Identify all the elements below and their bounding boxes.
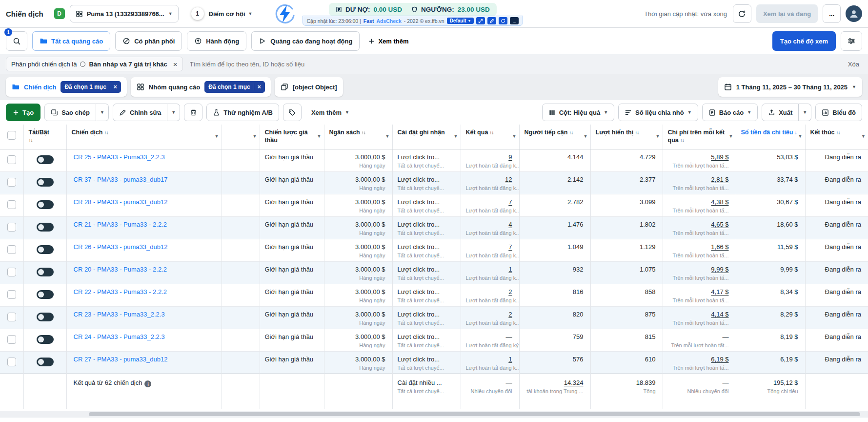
- col-extra[interactable]: ▼: [222, 125, 260, 149]
- header-more-button[interactable]: ...: [823, 4, 841, 23]
- campaign-toggle[interactable]: [37, 200, 54, 209]
- cost-per-result-value[interactable]: 9,99 $: [668, 266, 729, 273]
- campaign-toggle[interactable]: [37, 155, 54, 164]
- export-button[interactable]: Xuất: [762, 104, 799, 121]
- col-end[interactable]: Kết thúc↑↓▼: [805, 125, 868, 149]
- user-avatar[interactable]: [846, 5, 862, 22]
- create-view-button[interactable]: Tạo chế độ xem: [772, 31, 836, 51]
- row-checkbox[interactable]: [7, 313, 16, 321]
- column-menu-caret[interactable]: ▼: [584, 134, 588, 139]
- campaign-link[interactable]: CR 24 - PMA33 - Puma33_2.2.3: [74, 333, 216, 340]
- expand-icon[interactable]: [476, 17, 485, 24]
- row-checkbox[interactable]: [7, 155, 16, 164]
- filter-has-delivery-button[interactable]: Có phân phối: [115, 31, 182, 51]
- view-settings-button[interactable]: [841, 31, 862, 51]
- tag-button[interactable]: [283, 104, 302, 121]
- report-button[interactable]: Báo cáo▼: [702, 104, 758, 121]
- duplicate-button[interactable]: Sao chép: [44, 104, 96, 121]
- campaign-toggle[interactable]: [37, 358, 54, 366]
- col-campaign[interactable]: Chiến dịch↑↓▼: [66, 125, 222, 149]
- results-value[interactable]: —: [466, 333, 512, 340]
- breakdown-button[interactable]: Số liệu chia nhỏ▼: [618, 104, 698, 121]
- edit-icon[interactable]: [487, 17, 496, 24]
- badge-close-icon[interactable]: ×: [110, 84, 117, 90]
- col-results[interactable]: Kết quả↑↓▼: [461, 125, 519, 149]
- account-selector[interactable]: Puma 13 (133293389766... ▼: [70, 5, 179, 22]
- ab-test-button[interactable]: Thử nghiệm A/B: [206, 104, 279, 121]
- campaign-link[interactable]: CR 20 - PMA33 - Puma33 - 2.2.2: [74, 266, 216, 273]
- col-budget[interactable]: Ngân sách↑↓▼: [324, 125, 392, 149]
- default-view-dropdown[interactable]: Default▼: [447, 18, 474, 24]
- filter-all-ads-button[interactable]: Tất cả quảng cáo: [32, 31, 110, 51]
- column-menu-caret[interactable]: ▼: [798, 134, 803, 139]
- column-menu-caret[interactable]: ▼: [317, 134, 322, 139]
- cost-per-result-value[interactable]: 4,14 $: [668, 311, 729, 318]
- adsets-selected-badge[interactable]: Đã chọn 1 mục×: [204, 81, 264, 93]
- row-checkbox[interactable]: [7, 178, 16, 187]
- campaign-link[interactable]: CR 28 - PMA33 - puma33_dub12: [74, 198, 216, 206]
- column-menu-caret[interactable]: ▼: [861, 134, 866, 139]
- export-caret-button[interactable]: ▼: [799, 104, 811, 121]
- row-checkbox[interactable]: [7, 335, 16, 344]
- campaigns-selected-badge[interactable]: Đã chọn 1 mục×: [61, 81, 121, 93]
- opportunity-score-dropdown[interactable]: Điểm cơ hội ▼: [209, 10, 253, 18]
- campaign-link[interactable]: CR 37 - PMA33 - puma33_dub17: [74, 176, 216, 183]
- campaign-toggle[interactable]: [37, 290, 54, 299]
- cost-per-result-value[interactable]: 4,65 $: [668, 221, 729, 228]
- tab-ads[interactable]: [object Object]: [275, 77, 343, 97]
- column-menu-caret[interactable]: ▼: [512, 134, 517, 139]
- filter-action-button[interactable]: Hành động: [187, 31, 246, 51]
- campaign-link[interactable]: CR 25 - PMA33 - Puma33_2.2.3: [74, 153, 216, 161]
- scrollbar-thumb[interactable]: [89, 412, 860, 416]
- row-checkbox[interactable]: [7, 223, 16, 232]
- info-icon[interactable]: i: [144, 380, 151, 387]
- column-menu-caret[interactable]: ▼: [385, 134, 390, 139]
- campaign-link[interactable]: CR 23 - PMA33 - Puma33_2.2.3: [74, 311, 216, 318]
- col-bid-strategy[interactable]: Chiến lược giá thầu▼: [260, 125, 324, 149]
- tab-campaigns[interactable]: Chiến dịch Đã chọn 1 mục×: [6, 77, 127, 97]
- row-checkbox[interactable]: [7, 245, 16, 254]
- columns-button[interactable]: Cột: Hiệu quả▼: [542, 104, 614, 121]
- select-all-checkbox[interactable]: [7, 131, 16, 140]
- column-menu-caret[interactable]: ▼: [656, 134, 660, 139]
- row-checkbox[interactable]: [7, 358, 16, 366]
- col-impressions[interactable]: Lượt hiển thị↑↓▼: [590, 125, 663, 149]
- campaign-toggle[interactable]: [37, 268, 54, 276]
- campaign-toggle[interactable]: [37, 313, 54, 321]
- clear-filters-link[interactable]: Xóa: [848, 61, 859, 68]
- review-publish-button[interactable]: Xem lại và đăng: [756, 4, 818, 23]
- tab-adsets[interactable]: Nhóm quảng cáo Đã chọn 1 mục×: [131, 77, 271, 97]
- results-value[interactable]: 7: [466, 198, 512, 206]
- filter-chip[interactable]: Phân phối chiến dịch là Bản nháp và 7 gi…: [6, 57, 183, 71]
- col-amount-spent[interactable]: Số tiền đã chi tiêu↓▼: [736, 125, 805, 149]
- row-checkbox[interactable]: [7, 200, 16, 209]
- results-value[interactable]: 7: [466, 243, 512, 251]
- results-value[interactable]: 4: [466, 221, 512, 228]
- cost-per-result-value[interactable]: 6,19 $: [668, 356, 729, 363]
- chart-button[interactable]: Biểu đồ: [815, 104, 862, 121]
- cost-per-result-value[interactable]: 1,66 $: [668, 243, 729, 251]
- refresh-icon[interactable]: [499, 17, 507, 24]
- col-reach[interactable]: Người tiếp cận↑↓▼: [519, 125, 590, 149]
- filter-search-input[interactable]: [190, 61, 841, 68]
- campaign-link[interactable]: CR 22 - PMA33 - Puma33 - 2.2.2: [74, 288, 216, 295]
- campaign-toggle[interactable]: [37, 335, 54, 344]
- edit-caret-button[interactable]: ▼: [167, 104, 180, 121]
- badge-close-icon[interactable]: ×: [254, 84, 261, 90]
- campaign-link[interactable]: CR 21 - PMA33 - Puma33 - 2.2.2: [74, 221, 216, 228]
- results-value[interactable]: 9: [466, 153, 512, 161]
- results-value[interactable]: 2: [466, 311, 512, 318]
- create-button[interactable]: Tạo: [6, 104, 40, 121]
- cost-per-result-value[interactable]: —: [668, 333, 729, 340]
- toolbar-see-more-button[interactable]: Xem thêm▼: [305, 104, 355, 121]
- col-attribution[interactable]: Cài đặt ghi nhận▼: [392, 125, 461, 149]
- refresh-button[interactable]: [733, 4, 751, 23]
- row-checkbox[interactable]: [7, 268, 16, 276]
- duplicate-caret-button[interactable]: ▼: [96, 104, 109, 121]
- column-menu-caret[interactable]: ▼: [454, 134, 458, 139]
- date-range-picker[interactable]: 1 Tháng 11, 2025 – 30 Tháng 11, 2025 ▼: [718, 77, 862, 97]
- row-checkbox[interactable]: [7, 290, 16, 299]
- chip-close-icon[interactable]: ×: [173, 61, 178, 68]
- column-menu-caret[interactable]: ▼: [729, 134, 733, 139]
- results-value[interactable]: 1: [466, 356, 512, 363]
